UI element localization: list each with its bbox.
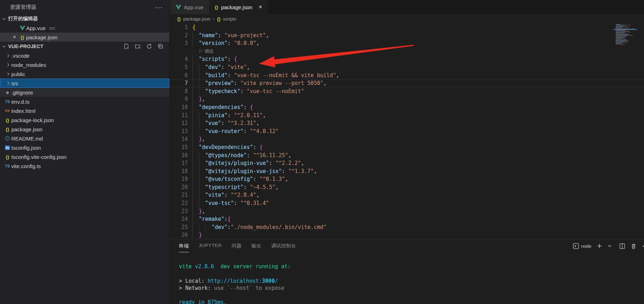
new-terminal-icon[interactable] — [597, 243, 602, 249]
code-line-24[interactable]: 24"remake":{ — [170, 215, 644, 223]
tree-item-public[interactable]: public — [0, 69, 169, 79]
terminal-line — [179, 270, 644, 277]
chevron-right-icon — [6, 72, 9, 76]
git-icon: ◆ — [6, 90, 9, 95]
open-editor-App.vue[interactable]: App.vue src — [0, 23, 169, 33]
maximize-panel-chevron-icon[interactable] — [642, 244, 644, 248]
tab-bar: App.vue {}package.json × — [170, 0, 644, 14]
vue-icon — [176, 5, 181, 10]
typescript-icon: TS — [5, 99, 10, 104]
tree-item-.vscode[interactable]: .vscode — [0, 51, 169, 60]
tree-item-package.json[interactable]: {} package.json — [0, 125, 169, 134]
chevron-right-icon — [6, 81, 9, 85]
code-line-20[interactable]: 20"typescript": "~4.5.5", — [170, 183, 644, 191]
explorer-sidebar: 资源管理器 ··· 打开的编辑器 App.vue src × {} packag… — [0, 0, 170, 304]
close-icon[interactable]: × — [11, 34, 18, 40]
code-line-8[interactable]: 8"typecheck": "vue-tsc --noEmit" — [170, 87, 644, 96]
refresh-icon[interactable] — [145, 42, 153, 50]
tree-item-tsconfig.vite-config.json[interactable]: {} tsconfig.vite-config.json — [0, 152, 169, 161]
terminal-line: ready in 875ms. — [179, 299, 644, 304]
bottom-panel: 终端 JUPYTER 问题 输出 调试控制台 node — [170, 239, 644, 304]
tsconfig-icon: ts — [5, 145, 10, 150]
code-line-13[interactable]: 13"vue-router": "^4.0.12" — [170, 127, 644, 136]
code-line-1[interactable]: 1{ — [170, 23, 644, 31]
more-actions-icon[interactable]: ··· — [155, 5, 163, 9]
readme-info-icon — [5, 136, 10, 141]
code-line-3[interactable]: 3"version": "0.0.0", — [170, 39, 644, 47]
code-line-22[interactable]: 22"vue-tsc": "^0.31.4" — [170, 199, 644, 207]
minimap[interactable] — [614, 23, 637, 52]
panel-tab-问题[interactable]: 问题 — [232, 240, 242, 252]
breadcrumb-item[interactable]: package.json — [183, 16, 210, 22]
code-line-23[interactable]: 23}, — [170, 207, 644, 216]
code-line-9[interactable]: 9}, — [170, 95, 644, 103]
collapse-all-icon[interactable] — [157, 42, 164, 50]
project-label: VUE-PROJECT — [8, 44, 43, 49]
code-line-7[interactable]: 7"preview": "vite preview --port 5050", — [170, 79, 644, 87]
code-line-16[interactable]: 16"@types/node": "^16.11.25", — [170, 151, 644, 160]
tree-item-env.d.ts[interactable]: TS env.d.ts — [0, 97, 169, 106]
tree-item-README.md[interactable]: README.md — [0, 134, 169, 143]
close-icon[interactable]: × — [259, 4, 262, 11]
launch-profile-chevron-icon[interactable] — [608, 244, 612, 248]
kill-terminal-icon[interactable] — [631, 243, 637, 249]
panel-tab-终端[interactable]: 终端 — [179, 240, 189, 252]
code-line-26[interactable]: 26} — [170, 231, 644, 239]
chevron-right-icon — [6, 63, 9, 67]
open-editor-package.json[interactable]: × {} package.json — [0, 33, 169, 42]
json-icon: {} — [21, 35, 24, 40]
code-line-25[interactable]: 25"dev":"./node_modules/.bin/vite.cmd" — [170, 223, 644, 231]
tree-item-node_modules[interactable]: node_modules — [0, 60, 169, 69]
code-line-19[interactable]: 19"@vue/tsconfig": "^0.1.3", — [170, 175, 644, 183]
tree-item-package-lock.json[interactable]: {} package-lock.json — [0, 115, 169, 125]
json-icon: {} — [6, 154, 9, 160]
code-editor: 1{ 2"name": "vue-project", 3"version": "… — [170, 23, 644, 239]
code-line-21[interactable]: 21"vite": "^2.8.4", — [170, 191, 644, 199]
terminal-shell-selector[interactable]: node — [573, 243, 591, 249]
tree-item-tsconfig.json[interactable]: ts tsconfig.json — [0, 143, 169, 152]
code-line-4[interactable]: 4"scripts": { — [170, 55, 644, 63]
code-line-15[interactable]: 15"devDependencies": { — [170, 143, 644, 151]
json-icon: {} — [215, 5, 218, 10]
code-line-11[interactable]: 11"pinia": "^2.0.11", — [170, 111, 644, 120]
panel-tab-调试控制台[interactable]: 调试控制台 — [271, 240, 296, 252]
terminal-output[interactable]: vite v2.8.6 dev server running at: > Loc… — [170, 252, 644, 304]
code-line-17[interactable]: 17"@vitejs/plugin-vue": "^2.2.2", — [170, 159, 644, 167]
tab-App.vue[interactable]: App.vue — [170, 0, 209, 14]
tree-item-vite.config.ts[interactable]: TS vite.config.ts — [0, 161, 169, 171]
code-line-14[interactable]: 14}, — [170, 135, 644, 143]
new-file-icon[interactable] — [123, 42, 130, 50]
tree-item-index.html[interactable]: <> index.html — [0, 106, 169, 115]
open-editors-header[interactable]: 打开的编辑器 — [0, 14, 169, 23]
html-icon: <> — [5, 108, 10, 113]
code-line-18[interactable]: 18"@vitejs/plugin-vue-jsx": "^1.3.7", — [170, 167, 644, 176]
code-line-12[interactable]: 12"vue": "^3.2.31", — [170, 119, 644, 127]
chevron-down-icon — [2, 44, 6, 48]
code-line-2[interactable]: 2"name": "vue-project", — [170, 31, 644, 40]
tab-package.json[interactable]: {}package.json × — [209, 0, 268, 14]
code-line-5[interactable]: 5"dev": "vite", — [170, 63, 644, 71]
project-header[interactable]: VUE-PROJECT — [0, 42, 169, 51]
json-icon: {} — [177, 16, 181, 22]
json-icon: {} — [217, 16, 220, 22]
breadcrumb-item[interactable]: scripts — [223, 16, 237, 22]
panel-tab-输出[interactable]: 输出 — [251, 240, 261, 252]
split-terminal-icon[interactable] — [619, 243, 625, 249]
shell-label: node — [581, 243, 591, 249]
new-folder-icon[interactable] — [134, 42, 142, 50]
terminal-line: > Local: http://localhost:3000/ — [179, 277, 644, 285]
typescript-icon: TS — [5, 164, 10, 168]
chevron-down-icon — [2, 17, 6, 20]
panel-tab-JUPYTER[interactable]: JUPYTER — [199, 240, 222, 252]
codelens-debug[interactable]: ▷ 调试 — [170, 47, 644, 56]
open-editors-label: 打开的编辑器 — [8, 16, 38, 22]
explorer-title: 资源管理器 — [10, 4, 36, 11]
breadcrumb[interactable]: {}package.json› {}scripts — [170, 14, 644, 23]
code-line-6[interactable]: 6"build": "vue-tsc --noEmit && vite buil… — [170, 71, 644, 80]
terminal-line — [179, 292, 644, 299]
json-icon: {} — [6, 117, 9, 123]
code-line-10[interactable]: 10"dependencies": { — [170, 103, 644, 111]
tree-item-.gitignore[interactable]: ◆ .gitignore — [0, 88, 169, 97]
chevron-right-icon — [6, 54, 9, 57]
tree-item-src[interactable]: src — [0, 79, 169, 88]
